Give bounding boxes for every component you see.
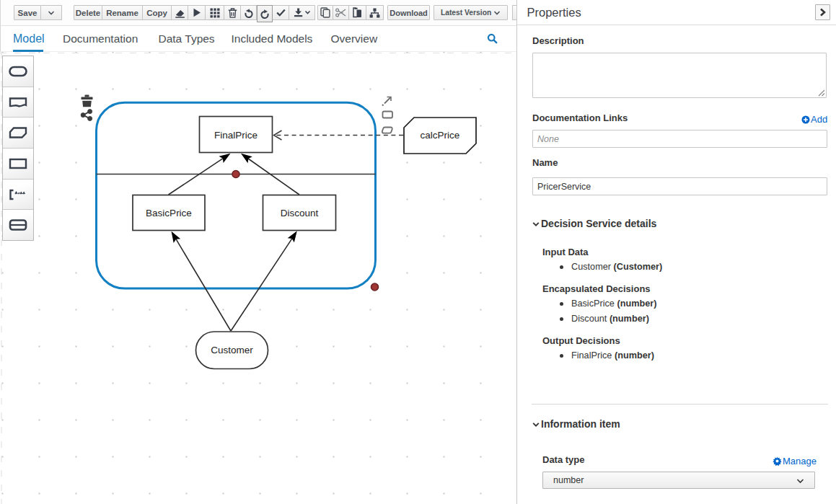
svg-text:BasicPrice: BasicPrice — [146, 208, 192, 218]
svg-text:calcPrice: calcPrice — [421, 130, 460, 141]
svg-text:Discount: Discount — [281, 208, 319, 218]
svg-text:Customer: Customer — [211, 345, 253, 355]
svg-text:FinalPrice: FinalPrice — [214, 130, 258, 141]
